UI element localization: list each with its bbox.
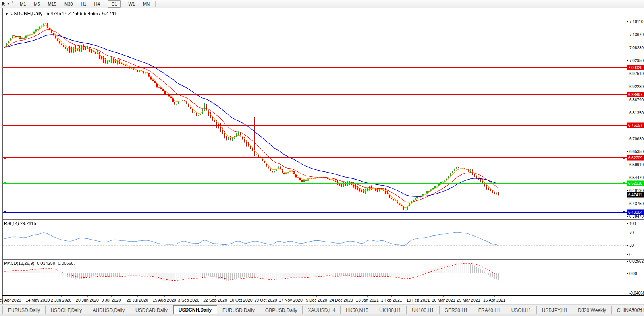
timeframe-button-m30[interactable]: M30 — [61, 0, 76, 8]
date-tick-label: 9 Jul 2020 — [102, 298, 121, 302]
rsi-tick-label: 0 — [629, 252, 632, 257]
price-tick-label: 7.13670 — [629, 33, 644, 37]
rsi-tick-mark — [627, 245, 628, 246]
tab-fra40-h1-12[interactable]: FRA40,H1 — [473, 306, 506, 314]
price-axis-separator[interactable] — [627, 8, 627, 295]
date-tick-mark — [469, 296, 469, 297]
rsi-splitter-bottom[interactable] — [3, 219, 644, 220]
price-tick-label: 6.92230 — [629, 84, 644, 89]
tab-usdchf-daily-1[interactable]: USDCHF,Daily — [46, 306, 88, 314]
cursor-tool-dropdown-icon[interactable]: ▾ — [8, 2, 9, 6]
price-tick-mark — [627, 74, 628, 74]
rsi-splitter-top[interactable] — [3, 217, 644, 217]
date-tick-label: 29 Oct 2020 — [254, 298, 277, 302]
level-line-7.00029[interactable] — [3, 67, 627, 68]
date-tick-label: 15 Aug 2020 — [153, 298, 176, 302]
tab-uk100-h1-10[interactable]: UK100,H1 — [407, 306, 439, 314]
tab-usdcnh-daily-4[interactable]: USDCNH,Daily — [173, 305, 217, 314]
tab-scroll-right-icon[interactable]: ► — [638, 306, 643, 312]
date-tick-mark — [443, 296, 444, 297]
tab-audusd-daily-2[interactable]: AUDUSD,Daily — [87, 306, 130, 314]
level-line-6.76157[interactable] — [3, 125, 627, 126]
timeframe-button-d1[interactable]: D1 — [108, 0, 121, 8]
toolbar-grip-handle[interactable] — [12, 1, 13, 7]
date-tick-label: 24 Dec 2020 — [329, 298, 353, 302]
timeframe-button-h1[interactable]: H1 — [77, 0, 90, 8]
tab-ger30-h1-11[interactable]: GER30,H1 — [440, 306, 473, 314]
tab-dj30-weekly-15[interactable]: DJ30,Weekly — [573, 306, 611, 314]
timeframe-button-mn[interactable]: MN — [139, 0, 153, 8]
price-tick-mark — [627, 190, 628, 191]
macd-tick-label: 0.025623 — [629, 259, 644, 264]
level-line-handle[interactable] — [4, 157, 6, 159]
price-tick-label: 7.19110 — [629, 19, 643, 24]
tab-usoil-h1-13[interactable]: USOil,H1 — [506, 306, 537, 314]
date-tick-label: 16 Apr 2021 — [483, 298, 506, 302]
date-tick-label: 10 Oct 2020 — [229, 298, 252, 302]
timeframe-button-m15[interactable]: M15 — [44, 0, 60, 8]
price-tick-label: 7.02950 — [629, 58, 644, 63]
price-level-badge: 6.62709 — [627, 155, 644, 160]
macd-tick-mark — [627, 293, 628, 293]
level-line-handle[interactable] — [4, 211, 6, 213]
chart-title-ohlc: 6.47454 6.47666 6.46957 6.47411 — [46, 11, 119, 16]
date-tick-label: 1 Feb 2021 — [381, 298, 402, 302]
date-tick-label: 29 Mar 2021 — [457, 298, 480, 302]
cursor-tool-icon[interactable] — [2, 1, 7, 7]
date-tick-mark — [111, 296, 112, 297]
level-line-6.52138[interactable] — [3, 183, 627, 184]
timeframe-group: M1M5M15M30H1H4D1W1MN — [16, 0, 157, 8]
level-line-handle[interactable] — [4, 182, 6, 184]
level-line-handle[interactable] — [623, 211, 625, 213]
date-tick-mark — [391, 296, 392, 297]
tab-usdcad-daily-3[interactable]: USDCAD,Daily — [130, 306, 173, 314]
tab-eurusd-daily-0[interactable]: EURUSD,Daily — [2, 306, 46, 314]
rsi-tick-label: 30 — [629, 243, 634, 247]
price-tick-label: 6.54470 — [629, 175, 644, 180]
tab-xauusd-h4-7[interactable]: XAUUSD,H4 — [303, 306, 341, 314]
price-level-badge: 6.40104 — [627, 210, 644, 215]
price-tick-mark — [627, 113, 628, 113]
macd-splitter-bottom[interactable] — [3, 259, 644, 260]
price-tick-label: 6.65350 — [629, 149, 644, 153]
date-tick-mark — [291, 296, 291, 297]
price-level-badge: 6.76157 — [627, 123, 644, 128]
macd-tick-mark — [627, 261, 628, 262]
timeframe-button-w1[interactable]: W1 — [125, 0, 139, 8]
level-line-6.62709[interactable] — [3, 157, 627, 158]
date-tick-mark — [164, 296, 165, 297]
tab-uk100-h1-9[interactable]: UK100,H1 — [374, 306, 407, 314]
timeframe-button-m1[interactable]: M1 — [16, 0, 29, 8]
date-tick-label: 13 Jan 2021 — [356, 298, 379, 302]
status-bar — [0, 314, 644, 316]
timeframe-button-h4[interactable]: H4 — [91, 0, 103, 8]
tab-usdjpy-h1-14[interactable]: USDJPY,H1 — [537, 306, 573, 314]
price-tick-label: 7.08230 — [629, 46, 644, 50]
price-tick-mark — [627, 87, 628, 87]
rsi-tick-mark — [627, 233, 628, 233]
tab-hk50-m15-8[interactable]: HK50,M15 — [341, 306, 374, 314]
price-tick-mark — [627, 139, 628, 139]
tab-gbpusd-daily-6[interactable]: GBPUSD,Daily — [260, 306, 303, 314]
date-tick-label: 5 Dec 2020 — [306, 298, 327, 302]
date-tick-mark — [189, 296, 189, 297]
price-tick-mark — [627, 178, 628, 178]
tab-eurusd-daily-5[interactable]: EURUSD,Daily — [217, 306, 260, 314]
timeframe-toolbar: ▾ M1M5M15M30H1H4D1W1MN — [0, 0, 644, 8]
date-tick-mark — [494, 296, 495, 297]
chart-canvas[interactable] — [3, 8, 627, 295]
macd-splitter-top[interactable] — [3, 257, 644, 257]
level-line-6.40104[interactable] — [3, 212, 627, 213]
price-tick-label: 6.97510 — [629, 72, 644, 76]
date-tick-label: 22 Sep 2020 — [203, 298, 227, 302]
tab-scroll-left-icon[interactable]: ◄ — [631, 306, 636, 312]
price-tick-mark — [627, 204, 628, 204]
price-tick-mark — [627, 35, 628, 35]
date-tick-label: 17 Nov 2020 — [279, 298, 303, 302]
level-line-handle[interactable] — [623, 182, 625, 184]
timeframe-button-m5[interactable]: M5 — [30, 0, 43, 8]
level-line-handle[interactable] — [623, 157, 625, 159]
level-line-6.88897[interactable] — [3, 94, 627, 95]
chart-dropdown-icon[interactable]: ▼ — [5, 12, 8, 16]
toolbar-divider — [155, 1, 156, 7]
